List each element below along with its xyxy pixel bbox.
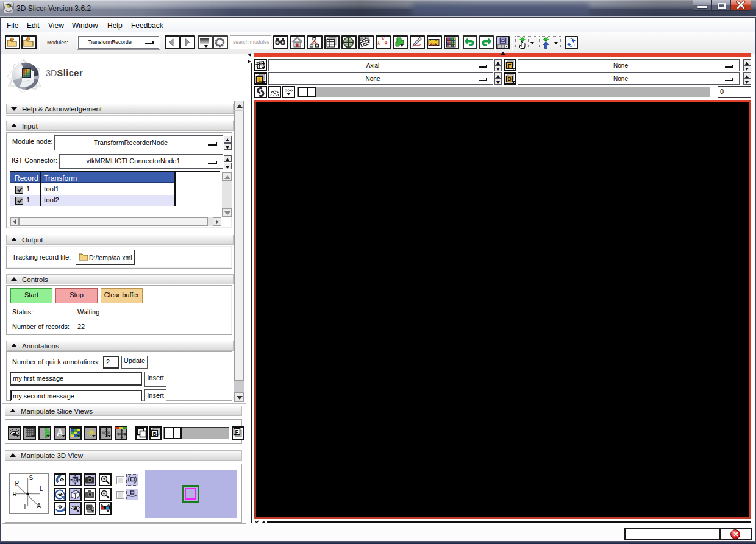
svg-text:B: B [508, 76, 512, 82]
svg-text:L: L [258, 76, 262, 83]
svg-text:I: I [24, 504, 26, 510]
svg-text:L: L [40, 486, 43, 492]
svg-text:F: F [235, 429, 239, 435]
svg-text:R: R [13, 491, 17, 498]
svg-text:A: A [37, 503, 41, 509]
svg-text:S: S [29, 475, 34, 481]
svg-text:B: B [153, 431, 157, 437]
svg-text:P: P [15, 480, 20, 487]
svg-text:F: F [508, 63, 511, 69]
